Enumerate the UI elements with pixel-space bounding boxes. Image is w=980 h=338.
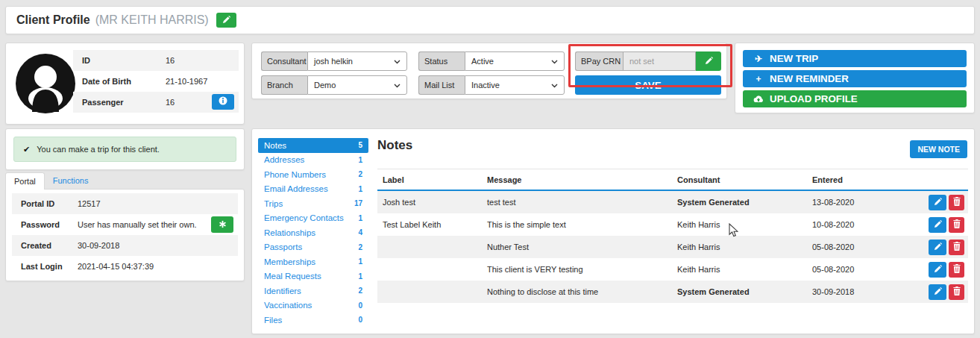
portal-label: Created [21,241,78,250]
portal-tab-bar: Portal Functions [5,172,96,190]
nav-item[interactable]: Addresses 1 [258,153,368,168]
mail-list-value: Inactive [471,81,500,90]
edit-note-button[interactable] [929,217,946,233]
info-label: Date of Birth [82,77,166,86]
nav-item-count: 0 [358,316,362,324]
nav-item[interactable]: Meal Requests 1 [258,269,368,284]
portal-label: Password [21,220,78,229]
pencil-icon [934,242,942,253]
nav-item[interactable]: Files 0 [258,313,368,328]
chevron-down-icon [551,81,558,90]
nav-item-label: Meal Requests [264,272,321,281]
notes-table: Label Message Consultant Entered Josh te… [377,169,968,303]
edit-note-button[interactable] [929,284,946,300]
branch-select[interactable]: Demo [307,75,407,95]
portal-value: 2021-04-15 04:37:39 [78,262,154,271]
save-button[interactable]: SAVE [575,75,721,95]
chevron-down-icon [394,81,401,90]
trip-eligibility-alert: ✔ You can make a trip for this client. [13,137,236,162]
consultant-value: josh helkin [314,57,353,66]
consultant-label: Consultant [261,51,307,71]
nav-item[interactable]: Emergency Contacts 1 [258,211,368,226]
new-note-button[interactable]: NEW NOTE [910,140,967,158]
section-nav: Notes 5 Addresses 1 Phone Numbers 2 Emai… [258,138,368,328]
reset-password-button[interactable] [211,216,233,233]
delete-note-button[interactable] [949,284,964,300]
upload-profile-label: UPLOAD PROFILE [770,93,858,104]
portal-info-row: Password User has manually set their own… [12,214,238,235]
nav-item[interactable]: Notes 5 [258,138,368,153]
note-consultant-cell: Keith Harris [672,220,807,229]
trash-icon [953,264,961,275]
note-entered-cell: 13-08-2020 [807,198,896,207]
nav-item-count: 1 [358,272,362,281]
note-actions [896,240,968,255]
pencil-icon [934,287,942,298]
nav-item-label: Identifiers [264,287,301,295]
edit-client-button[interactable] [216,13,236,28]
client-profile-page: Client Profile (MR KEITH HARRIS) ID 16 [0,0,980,338]
portal-info-row: Created 30-09-2018 [12,235,238,256]
delete-note-button[interactable] [949,262,964,278]
delete-note-button[interactable] [949,217,964,233]
nav-item[interactable]: Identifiers 2 [258,284,368,298]
check-icon: ✔ [23,145,30,154]
chevron-down-icon [551,57,558,66]
nav-item[interactable]: Vaccinations 0 [258,298,368,313]
status-select[interactable]: Active [465,51,565,71]
nav-item[interactable]: Relationships 4 [258,225,368,240]
nav-item[interactable]: Trips 17 [258,196,368,211]
client-summary-card: ID 16 Date of Birth 21-10-1967 Passenger… [5,43,245,125]
nav-item-label: Memberships [264,257,315,266]
portal-info-row: Last Login 2021-04-15 04:37:39 [12,256,238,277]
branch-label: Branch [261,75,307,95]
nav-item-label: Notes [264,141,286,150]
nav-item-count: 1 [358,257,362,266]
nav-item[interactable]: Memberships 1 [258,254,368,269]
client-name: (MR KEITH HARRIS) [95,13,209,27]
nav-item-count: 2 [358,170,362,178]
info-icon [219,96,227,107]
bpay-crn-input[interactable]: not set [623,51,696,71]
nav-item-label: Passports [264,242,302,251]
nav-item-count: 17 [354,199,362,207]
client-detail-card: Notes 5 Addresses 1 Phone Numbers 2 Emai… [251,128,975,334]
upload-profile-button[interactable]: UPLOAD PROFILE [743,90,967,107]
note-actions [896,217,968,233]
info-value: 21-10-1967 [166,77,207,86]
edit-note-button[interactable] [929,240,946,255]
status-value: Active [471,57,494,66]
note-message-cell: This client is VERY testing [482,265,672,274]
consultant-group: Consultant josh helkin [261,51,407,71]
plane-icon: ✈ [753,54,764,64]
edit-note-button[interactable] [929,195,946,210]
notes-table-body: Josh test test test System Generated 13-… [377,191,968,303]
edit-note-button[interactable] [929,262,946,278]
nav-item-count: 1 [358,156,362,164]
nav-item[interactable]: Phone Numbers 2 [258,167,368,182]
info-value: 16 [166,98,175,107]
passenger-info-button[interactable] [212,94,234,110]
info-value: 16 [166,56,175,65]
delete-note-button[interactable] [949,240,964,255]
nav-item-count: 2 [358,287,362,295]
portal-info-table: Portal ID 12517 Password User has manual… [12,193,238,277]
info-label: Passenger [82,98,166,107]
page-title: Client Profile [16,13,90,27]
quick-actions-card: ✈ NEW TRIP + NEW REMINDER UPLOAD PROFILE [735,43,975,113]
tab-functions[interactable]: Functions [45,172,97,190]
note-message-cell: Nothing to disclose at this time [482,287,672,296]
nav-item[interactable]: Email Addresses 1 [258,182,368,197]
new-trip-button[interactable]: ✈ NEW TRIP [743,50,967,67]
delete-note-button[interactable] [949,195,964,210]
note-row: This client is VERY testing Keith Harris… [377,258,968,281]
column-header-message: Message [482,175,672,184]
tab-portal[interactable]: Portal [5,172,45,190]
cloud-upload-icon [753,96,764,103]
status-group: Status Active [418,51,565,71]
bpay-edit-button[interactable] [696,51,721,71]
nav-item[interactable]: Passports 2 [258,240,368,255]
consultant-select[interactable]: josh helkin [307,51,407,71]
mail-list-select[interactable]: Inactive [465,75,565,95]
new-reminder-button[interactable]: + NEW REMINDER [743,70,967,87]
